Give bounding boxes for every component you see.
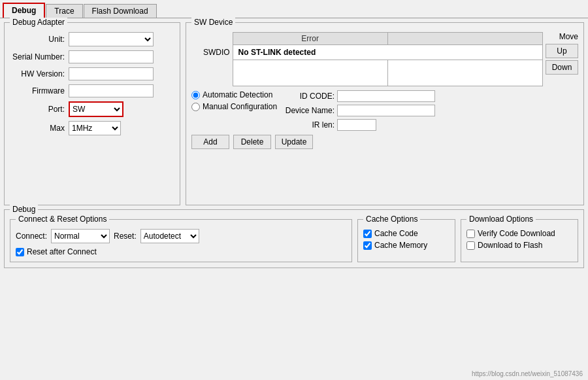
verify-code-label: Verify Code Download [478,229,555,238]
device-name-input[interactable] [337,105,435,116]
download-flash-label: Download to Flash [478,241,542,250]
serial-input[interactable] [69,50,154,63]
port-select[interactable]: SW JTAG [70,103,122,116]
empty-header [387,33,542,45]
unit-select[interactable] [69,32,154,46]
auto-detect-row: Automatic Detection [191,90,277,99]
download-options-group: Download Options Verify Code Download Do… [461,219,578,262]
delete-button[interactable]: Delete [233,135,271,149]
sw-table-area: Error SWDIO No ST-LINK detected [191,32,578,90]
manual-config-row: Manual Configuration [191,102,277,111]
verify-code-checkbox[interactable] [466,230,475,238]
down-button[interactable]: Down [546,60,578,75]
update-button[interactable]: Update [275,135,313,149]
id-code-input[interactable] [337,90,435,102]
manual-config-radio[interactable] [191,103,200,111]
id-code-row: ID CODE: [282,90,435,102]
ir-len-label: IR len: [282,120,335,130]
debug-section: Debug Connect & Reset Options Connect: N… [4,209,584,268]
reset-after-connect-row: Reset after Connect [16,247,346,256]
device-name-row: Device Name: [282,105,435,116]
debug-section-title: Debug [10,205,38,214]
port-row: Port: SW JTAG [10,101,174,117]
sw-right-section: Automatic Detection Manual Configuration… [191,90,578,131]
ir-len-input[interactable] [337,119,376,131]
cache-memory-label: Cache Memory [374,241,427,250]
move-label: Move [559,32,578,41]
unit-row: Unit: [10,32,174,46]
serial-label: Serial Number: [10,52,69,61]
sw-device-group: SW Device Error [186,22,584,205]
empty-row [191,60,543,86]
content-area: Debug Adapter Unit: Serial Number: HW Ve… [0,18,588,380]
sw-buttons: Add Delete Update [191,135,578,149]
cache-code-row: Cache Code [363,229,449,238]
cache-code-label: Cache Code [374,229,418,238]
connect-label: Connect: [16,232,47,241]
download-options-title: Download Options [466,215,536,224]
device-name-label: Device Name: [282,106,335,115]
port-select-wrapper: SW JTAG [69,101,123,117]
move-column: Move Up Down [546,32,578,77]
hw-input[interactable] [69,67,154,80]
port-label: Port: [10,105,69,114]
cache-options-title: Cache Options [363,215,420,224]
cache-options-group: Cache Options Cache Code Cache Memory [357,219,455,262]
up-button[interactable]: Up [546,44,578,58]
max-select[interactable]: 1MHz 2MHz 4MHz 8MHz [69,121,121,135]
hw-row: HW Version: [10,67,174,80]
serial-row: Serial Number: [10,50,174,63]
reset-after-connect-checkbox[interactable] [16,248,24,256]
firmware-row: Firmware [10,84,174,97]
hw-label: HW Version: [10,69,69,78]
reset-label: Reset: [114,232,137,241]
id-code-label: ID CODE: [282,92,335,101]
no-stlink-cell: No ST-LINK detected [233,45,542,60]
sw-table-inner: Error SWDIO No ST-LINK detected [191,32,543,90]
error-header: Error [233,33,387,45]
auto-detect-radio[interactable] [191,91,200,99]
debug-adapter-title: Debug Adapter [10,18,67,27]
debug-inner: Connect & Reset Options Connect: Normal … [10,219,578,262]
radio-section: Automatic Detection Manual Configuration [191,90,277,111]
download-flash-checkbox[interactable] [466,241,475,250]
no-stlink-text: No ST-LINK detected [238,48,316,57]
watermark: https://blog.csdn.net/weixin_51087436 [472,370,583,377]
top-section: Debug Adapter Unit: Serial Number: HW Ve… [4,22,584,205]
tab-flash-download[interactable]: Flash Download [84,4,157,18]
cache-code-checkbox[interactable] [363,230,372,238]
max-row: Max 1MHz 2MHz 4MHz 8MHz [10,121,174,135]
cache-memory-checkbox[interactable] [363,241,372,250]
ir-len-row: IR len: [282,119,435,131]
right-fields: ID CODE: Device Name: IR len: [282,90,435,131]
connect-row: Connect: Normal Under Reset Pre-Reset Re… [16,229,346,243]
add-button[interactable]: Add [191,135,229,149]
firmware-input[interactable] [69,84,154,97]
firmware-label: Firmware [10,86,69,95]
download-flash-row: Download to Flash [466,241,572,250]
auto-detect-label: Automatic Detection [203,90,272,99]
connect-reset-title: Connect & Reset Options [16,215,109,224]
main-container: Debug Trace Flash Download Debug Adapter… [0,0,588,380]
tab-trace[interactable]: Trace [46,4,82,18]
max-label: Max [10,124,69,133]
manual-config-label: Manual Configuration [203,102,277,111]
reset-after-connect-label: Reset after Connect [27,247,97,256]
unit-label: Unit: [10,35,69,44]
verify-code-row: Verify Code Download [466,229,572,238]
sw-device-title: SW Device [191,18,235,27]
connect-select[interactable]: Normal Under Reset Pre-Reset [51,229,110,243]
sw-table: Error SWDIO No ST-LINK detected [191,32,543,86]
tab-debug[interactable]: Debug [3,3,45,18]
swdio-row: SWDIO No ST-LINK detected [191,45,543,60]
connect-reset-group: Connect & Reset Options Connect: Normal … [10,219,352,262]
swdio-label: SWDIO [191,45,233,60]
debug-adapter-group: Debug Adapter Unit: Serial Number: HW Ve… [4,22,180,205]
reset-select[interactable]: Autodetect Software Hardware [140,229,199,243]
cache-memory-row: Cache Memory [363,241,449,250]
tab-bar: Debug Trace Flash Download [0,0,588,18]
